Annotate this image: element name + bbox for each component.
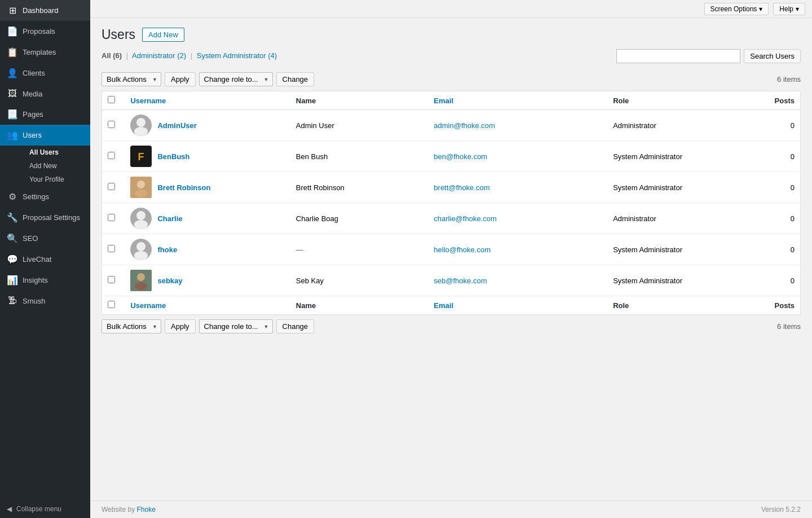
items-count-top: 6 items [777,75,801,84]
change-role-bottom-select[interactable]: Change role to... [199,319,273,333]
table-header-row: Username Name Email Role Posts [102,91,801,110]
footer-select-all[interactable] [108,301,115,308]
filter-administrator[interactable]: Administrator (2) [132,51,186,60]
username-link[interactable]: fhoke [157,245,177,254]
search-input[interactable] [616,49,740,63]
media-icon: 🖼 [7,89,18,99]
sidebar-item-insights[interactable]: 📊 Insights [0,270,90,291]
role-cell: System Administrator [607,265,745,296]
change-role-top-select[interactable]: Change role to... [199,72,273,86]
sidebar-item-seo[interactable]: 🔍 SEO [0,228,90,249]
apply-top-button[interactable]: Apply [165,72,196,86]
sidebar-item-smush[interactable]: 🗜 Smush [0,291,90,311]
sidebar-item-label: Proposal Settings [23,213,80,222]
bulk-actions-bottom-wrap: Bulk Actions [102,319,161,333]
change-role-top-wrap: Change role to... [199,72,273,86]
svg-point-11 [137,273,145,281]
sidebar-item-dashboard[interactable]: ⊞ Dashboard [0,0,90,21]
row-checkbox[interactable] [108,183,115,190]
users-tbody: AdminUser Admin User admin@fhoke.com Adm… [102,110,801,296]
footer-fhoke-link[interactable]: Fhoke [136,506,155,513]
page-title: Users [102,27,135,42]
sidebar-item-clients[interactable]: 👤 Clients [0,63,90,84]
sidebar-item-proposals[interactable]: 📄 Proposals [0,21,90,42]
username-link[interactable]: Brett Robinson [157,183,210,192]
change-bottom-button[interactable]: Change [276,319,315,333]
svg-point-1 [134,127,148,136]
users-table: Username Name Email Role Posts [102,91,801,315]
footer-username-sort[interactable]: Username [130,301,166,310]
email-link[interactable]: hello@fhoke.com [434,245,491,254]
row-checkbox-cell [102,203,125,234]
change-top-button[interactable]: Change [276,72,315,86]
row-checkbox[interactable] [108,245,115,252]
apply-bottom-button[interactable]: Apply [165,319,196,333]
help-chevron: ▾ [796,5,799,13]
name-cell: Admin User [290,110,428,141]
collapse-menu-button[interactable]: ◀ Collapse menu [0,500,90,518]
row-checkbox[interactable] [108,276,115,283]
help-button[interactable]: Help ▾ [773,3,805,15]
insights-icon: 📊 [7,275,18,286]
sidebar-item-settings[interactable]: ⚙ Settings [0,186,90,207]
sidebar-item-pages[interactable]: 📃 Pages [0,104,90,125]
sidebar-item-media[interactable]: 🖼 Media [0,84,90,104]
email-link[interactable]: brett@fhoke.com [434,183,489,192]
row-checkbox-cell [102,234,125,265]
row-checkbox-cell [102,110,125,141]
screen-options-button[interactable]: Screen Options ▾ [704,3,769,15]
sidebar: ⊞ Dashboard 📄 Proposals 📋 Templates 👤 Cl… [0,0,90,518]
sidebar-item-livechat[interactable]: 💬 LiveChat [0,249,90,270]
submenu-your-profile[interactable]: Your Profile [11,173,90,186]
collapse-menu-label: Collapse menu [16,505,61,513]
email-sort-link[interactable]: Email [434,96,453,105]
sidebar-item-users[interactable]: 👥 Users [0,125,90,146]
sidebar-item-templates[interactable]: 📋 Templates [0,42,90,63]
bulk-actions-top-select[interactable]: Bulk Actions [102,72,161,86]
row-checkbox[interactable] [108,214,115,221]
help-label: Help [779,5,793,13]
select-all-checkbox[interactable] [108,96,115,103]
email-link[interactable]: seb@fhoke.com [434,276,487,285]
filter-system-administrator[interactable]: System Administrator (4) [197,51,277,60]
col-posts: Posts [745,91,801,110]
email-link[interactable]: charlie@fhoke.com [434,214,496,223]
submenu-add-new[interactable]: Add New [11,159,90,173]
items-count-bottom: 6 items [777,322,801,331]
sidebar-item-label: LiveChat [23,255,51,264]
role-cell: Administrator [607,203,745,234]
posts-cell: 0 [745,234,801,265]
table-footer-row: Username Name Email Role Posts [102,296,801,315]
email-cell: charlie@fhoke.com [428,203,607,234]
filter-all[interactable]: All (6) [102,51,122,60]
username-sort-link[interactable]: Username [130,96,166,105]
sidebar-item-label: Settings [23,192,49,201]
sidebar-item-proposal-settings[interactable]: 🔧 Proposal Settings [0,207,90,228]
username-link[interactable]: AdminUser [157,121,196,130]
svg-point-7 [134,220,148,229]
bottom-toolbar-left: Bulk Actions Apply Change role to... Cha… [102,319,314,333]
submenu-all-users[interactable]: All Users [11,146,90,159]
row-checkbox[interactable] [108,121,115,128]
avatar [130,239,152,260]
username-link[interactable]: BenBush [157,152,189,161]
avatar [130,115,152,136]
templates-icon: 📋 [7,47,18,58]
svg-text:F: F [138,151,144,163]
footer-email-sort[interactable]: Email [434,301,453,310]
email-link[interactable]: admin@fhoke.com [434,121,495,130]
sidebar-item-label: Smush [23,297,45,305]
table-row: sebkay Seb Kay seb@fhoke.com System Admi… [102,265,801,296]
username-link[interactable]: sebkay [157,276,182,285]
bulk-actions-bottom-select[interactable]: Bulk Actions [102,319,161,333]
username-link[interactable]: Charlie [157,214,182,223]
users-submenu: All Users Add New Your Profile [0,146,90,186]
email-link[interactable]: ben@fhoke.com [434,152,487,161]
add-new-button[interactable]: Add New [142,28,184,42]
footer-col-name: Name [290,296,428,315]
search-users-button[interactable]: Search Users [744,49,801,63]
row-checkbox[interactable] [108,152,115,159]
livechat-icon: 💬 [7,254,18,265]
top-toolbar: Bulk Actions Apply Change role to... Cha… [102,72,801,86]
main-area: Screen Options ▾ Help ▾ Users Add New Al… [90,0,812,518]
